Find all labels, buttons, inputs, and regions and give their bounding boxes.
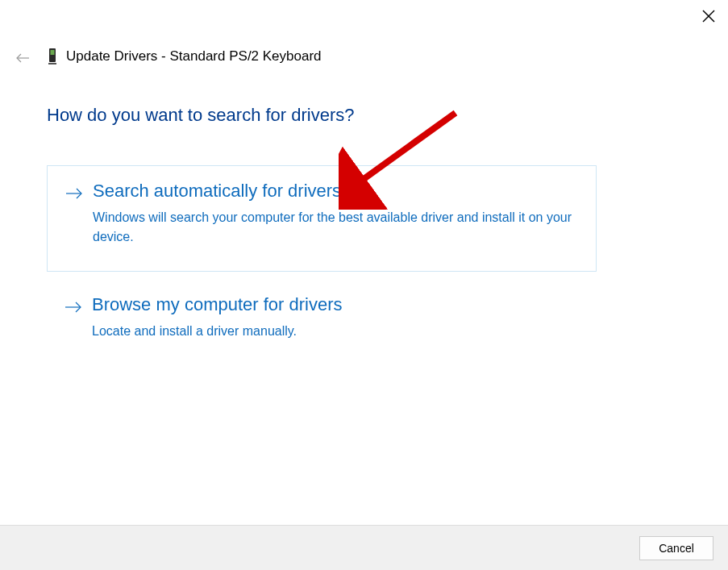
option-browse-description: Locate and install a driver manually. [92,322,582,341]
arrow-right-icon [65,184,83,205]
dialog-title: Update Drivers - Standard PS/2 Keyboard [66,48,322,64]
option-auto-description: Windows will search your computer for th… [93,208,581,247]
option-search-automatically[interactable]: Search automatically for drivers Windows… [47,165,597,272]
option-browse-computer[interactable]: Browse my computer for drivers Locate an… [47,294,597,365]
svg-rect-4 [51,50,55,55]
dialog-footer: Cancel [0,525,728,570]
back-button[interactable] [15,50,31,66]
dialog-header: Update Drivers - Standard PS/2 Keyboard [47,47,322,66]
cancel-button[interactable]: Cancel [639,536,713,560]
close-button[interactable] [699,6,718,26]
back-arrow-icon [15,52,30,64]
options-container: Search automatically for drivers Windows… [47,165,597,388]
option-auto-title: Search automatically for drivers [93,181,581,202]
arrow-right-icon [64,297,82,318]
option-browse-title: Browse my computer for drivers [92,294,582,315]
close-icon [702,10,715,23]
device-icon [47,47,58,66]
svg-rect-5 [48,63,56,64]
main-heading: How do you want to search for drivers? [47,105,355,126]
